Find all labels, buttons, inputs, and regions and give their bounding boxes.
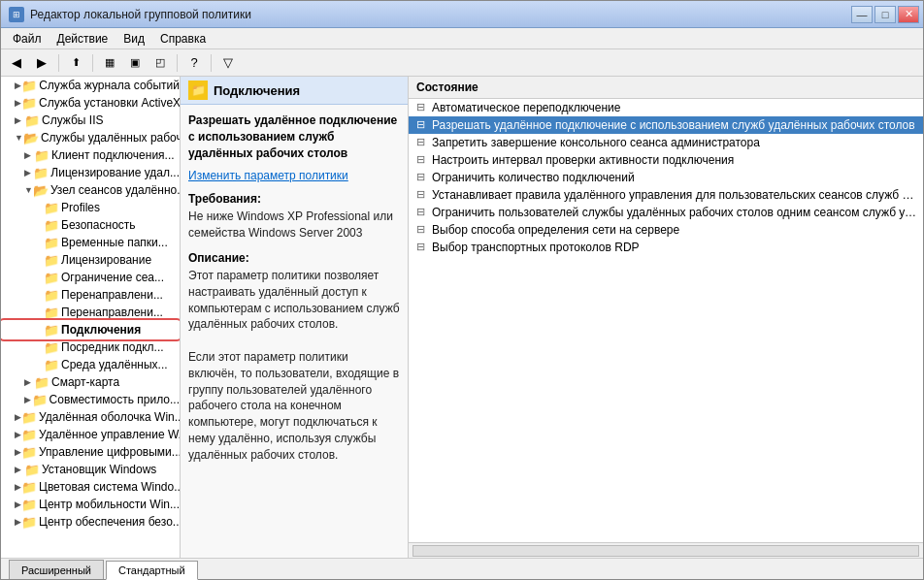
- menu-action[interactable]: Действие: [50, 30, 116, 48]
- show-hide-button2[interactable]: ▣: [123, 52, 147, 74]
- folder-icon: 📁: [21, 95, 37, 111]
- tree-item-limit[interactable]: 📁 Ограничение сеа...: [1, 269, 180, 286]
- middle-header: 📁 Подключения: [181, 77, 408, 105]
- list-item[interactable]: ⊟ Выбор транспортных протоколов RDP: [409, 239, 923, 256]
- tab-standard[interactable]: Стандартный: [106, 561, 198, 580]
- menu-view[interactable]: Вид: [116, 30, 152, 48]
- item-label: Устанавливает правила удалённого управле…: [432, 188, 919, 202]
- list-item[interactable]: ⊟ Ограничить пользователей службы удалён…: [409, 204, 923, 221]
- tree-item-label: Лицензирование: [61, 253, 151, 267]
- tree-item-label: Служба установки ActiveX: [39, 96, 180, 110]
- tree-item-security-center[interactable]: ▶ 📁 Центр обеспечения безо...: [1, 513, 180, 531]
- close-button[interactable]: ✕: [898, 6, 919, 23]
- list-item-selected[interactable]: ⊟ Разрешать удалённое подключение с испо…: [409, 116, 923, 134]
- new-window-button[interactable]: ◰: [148, 52, 172, 74]
- folder-icon: 📁: [21, 427, 37, 442]
- tree-item-broker[interactable]: 📁 Посредник подкл...: [1, 338, 180, 356]
- tree-item-remote-services[interactable]: ▼ 📂 Службы удалённых рабочих...: [1, 129, 180, 146]
- list-item[interactable]: ⊟ Запретить завершение консольного сеанс…: [409, 134, 923, 151]
- tree-item-label: Управление цифровыми...: [39, 445, 180, 459]
- item-icon: ⊟: [412, 222, 428, 238]
- tree-item-label: Службы IIS: [42, 113, 103, 127]
- tree-item-drm[interactable]: ▶ 📁 Управление цифровыми...: [1, 443, 180, 461]
- right-scrollbar-area: [409, 542, 923, 558]
- requirements-section: Требования: Не ниже Windows XP Professio…: [188, 192, 400, 242]
- requirements-text: Не ниже Windows XP Professional или семе…: [188, 209, 400, 242]
- menu-file[interactable]: Файл: [5, 30, 50, 48]
- list-item[interactable]: ⊟ Устанавливает правила удалённого управ…: [409, 186, 923, 204]
- tree-item-label: Перенаправлени...: [61, 288, 163, 302]
- tree-item-label: Клиент подключения...: [51, 148, 175, 162]
- middle-header-title: Подключения: [214, 83, 300, 98]
- window-title: Редактор локальной групповой политики: [30, 8, 251, 21]
- minimize-button[interactable]: —: [851, 6, 873, 23]
- expand-icon: ▶: [24, 377, 34, 387]
- tree-item-installer[interactable]: ▶ 📁 Установщик Windows: [1, 461, 180, 478]
- list-item[interactable]: ⊟ Настроить интервал проверки активности…: [409, 151, 923, 169]
- tree-item-activex[interactable]: ▶ 📁 Служба установки ActiveX: [1, 94, 180, 112]
- item-label: Ограничить пользователей службы удалённы…: [432, 206, 919, 219]
- tab-extended[interactable]: Расширенный: [9, 560, 104, 579]
- folder-icon: 📁: [44, 287, 59, 303]
- expand-icon: ▶: [15, 98, 21, 108]
- right-list[interactable]: ⊟ Автоматическое переподключение ⊟ Разре…: [409, 99, 923, 542]
- item-icon: ⊟: [412, 135, 428, 150]
- menu-help[interactable]: Справка: [152, 30, 214, 48]
- tree-item-licensing[interactable]: ▶ 📁 Лицензирование удал...: [1, 164, 180, 181]
- tree-item-profiles[interactable]: 📁 Profiles: [1, 199, 180, 216]
- item-icon: ⊟: [412, 240, 428, 255]
- tree-item-redirect2[interactable]: 📁 Перенаправлени...: [1, 304, 180, 321]
- tree-item-journal[interactable]: ▶ 📁 Служба журнала событий: [1, 77, 180, 94]
- tree-item-remote-shell[interactable]: ▶ 📁 Удалённая оболочка Win...: [1, 408, 180, 426]
- folder-icon: 📁: [44, 270, 59, 285]
- folder-icon: 📁: [33, 165, 49, 180]
- tree-item-connections[interactable]: 📁 Подключения: [1, 321, 180, 338]
- titlebar-buttons: — □ ✕: [851, 6, 919, 23]
- expand-icon: ▶: [15, 115, 24, 125]
- item-icon: ⊟: [412, 170, 428, 185]
- tree-item-remote-mgmt[interactable]: ▶ 📁 Удалённое управление W...: [1, 426, 180, 443]
- folder-icon: 📁: [44, 357, 59, 372]
- item-icon: ⊟: [412, 152, 428, 168]
- tree-item-iis[interactable]: ▶ 📁 Службы IIS: [1, 112, 180, 129]
- folder-icon: 📁: [21, 78, 37, 93]
- tree-item-client[interactable]: ▶ 📁 Клиент подключения...: [1, 146, 180, 164]
- tree-item-label: Служба журнала событий: [39, 79, 180, 92]
- tree-item-smartcard[interactable]: ▶ 📁 Смарт-карта: [1, 373, 180, 391]
- tree-item-env[interactable]: 📁 Среда удалённых...: [1, 356, 180, 373]
- back-button[interactable]: ◀: [5, 52, 28, 74]
- forward-button[interactable]: ▶: [30, 52, 53, 74]
- middle-panel: 📁 Подключения Разрешать удалённое подклю…: [181, 77, 409, 558]
- tree-item-mobility[interactable]: ▶ 📁 Центр мобильности Win...: [1, 496, 180, 513]
- folder-icon: 📁: [21, 409, 37, 425]
- tree-item-temp[interactable]: 📁 Временные папки...: [1, 234, 180, 251]
- tree-item-compat[interactable]: ▶ 📁 Совместимость прило...: [1, 391, 180, 408]
- tree-item-wcs[interactable]: ▶ 📁 Цветовая система Windo...: [1, 478, 180, 496]
- item-icon: ⊟: [412, 117, 428, 133]
- help-button[interactable]: ?: [182, 52, 206, 74]
- tree-item-redirect1[interactable]: 📁 Перенаправлени...: [1, 286, 180, 304]
- tree-item-session-host[interactable]: ▼ 📂 Узел сеансов удалённо...: [1, 181, 180, 199]
- middle-content: Разрешать удалённое подключение с исполь…: [181, 105, 408, 481]
- maximize-button[interactable]: □: [874, 6, 896, 23]
- tree-item-security[interactable]: 📁 Безопасность: [1, 216, 180, 234]
- tree-item-lic2[interactable]: 📁 Лицензирование: [1, 251, 180, 269]
- toolbar-separator-2: [92, 54, 93, 72]
- titlebar: ⊞ Редактор локальной групповой политики …: [1, 1, 923, 28]
- up-button[interactable]: ⬆: [64, 52, 87, 74]
- list-item[interactable]: ⊟ Ограничить количество подключений: [409, 169, 923, 186]
- expand-icon: ▶: [15, 517, 21, 527]
- expand-icon: ▶: [15, 482, 21, 492]
- expand-icon: ▼: [15, 133, 23, 143]
- change-policy-link[interactable]: Изменить параметр политики: [188, 169, 400, 182]
- folder-icon: 📁: [44, 322, 59, 338]
- list-item[interactable]: ⊟ Автоматическое переподключение: [409, 99, 923, 116]
- toolbar: ◀ ▶ ⬆ ▦ ▣ ◰ ? ▽: [1, 49, 923, 77]
- tree-item-label: Перенаправлени...: [61, 306, 163, 319]
- folder-icon: 📁: [44, 305, 59, 320]
- filter-button[interactable]: ▽: [216, 52, 240, 74]
- show-hide-button[interactable]: ▦: [98, 52, 121, 74]
- horizontal-scrollbar[interactable]: [412, 545, 919, 557]
- list-item[interactable]: ⊟ Выбор способа определения сети на серв…: [409, 221, 923, 239]
- tree-panel[interactable]: ▶ 📁 Служба журнала событий ▶ 📁 Служба ус…: [1, 77, 181, 558]
